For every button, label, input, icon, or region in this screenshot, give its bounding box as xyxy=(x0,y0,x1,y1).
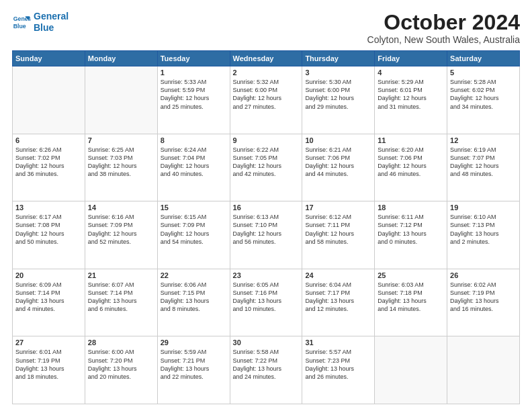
calendar-cell: 27Sunrise: 6:01 AM Sunset: 7:19 PM Dayli… xyxy=(13,336,85,404)
calendar-cell: 17Sunrise: 6:12 AM Sunset: 7:11 PM Dayli… xyxy=(302,201,375,269)
calendar-cell: 9Sunrise: 6:22 AM Sunset: 7:05 PM Daylig… xyxy=(230,134,302,201)
day-number: 1 xyxy=(161,68,227,77)
day-info: Sunrise: 6:17 AM Sunset: 7:08 PM Dayligh… xyxy=(15,213,82,246)
day-number: 9 xyxy=(233,136,300,144)
calendar-header-monday: Monday xyxy=(85,51,157,66)
day-number: 11 xyxy=(378,136,444,144)
calendar-cell: 11Sunrise: 6:20 AM Sunset: 7:06 PM Dayli… xyxy=(375,134,447,201)
logo-text: General Blue xyxy=(34,11,69,34)
title-block: October 2024 Colyton, New South Wales, A… xyxy=(367,11,520,45)
calendar-header-thursday: Thursday xyxy=(302,51,375,66)
calendar-cell: 5Sunrise: 5:28 AM Sunset: 6:02 PM Daylig… xyxy=(447,66,520,134)
day-info: Sunrise: 6:26 AM Sunset: 7:02 PM Dayligh… xyxy=(15,146,82,179)
location: Colyton, New South Wales, Australia xyxy=(367,34,520,45)
day-number: 24 xyxy=(305,271,371,279)
calendar-week-4: 20Sunrise: 6:09 AM Sunset: 7:14 PM Dayli… xyxy=(13,269,520,336)
day-number: 5 xyxy=(450,68,517,77)
calendar-cell: 6Sunrise: 6:26 AM Sunset: 7:02 PM Daylig… xyxy=(13,134,85,201)
day-info: Sunrise: 5:32 AM Sunset: 6:00 PM Dayligh… xyxy=(233,78,300,111)
calendar-cell xyxy=(447,336,520,404)
day-info: Sunrise: 6:11 AM Sunset: 7:12 PM Dayligh… xyxy=(378,213,444,246)
logo: General Blue General Blue xyxy=(12,11,69,34)
day-info: Sunrise: 5:58 AM Sunset: 7:22 PM Dayligh… xyxy=(233,348,300,381)
day-info: Sunrise: 6:10 AM Sunset: 7:13 PM Dayligh… xyxy=(450,213,517,246)
calendar-cell: 31Sunrise: 5:57 AM Sunset: 7:23 PM Dayli… xyxy=(302,336,375,404)
calendar-cell: 2Sunrise: 5:32 AM Sunset: 6:00 PM Daylig… xyxy=(230,66,302,134)
day-number: 2 xyxy=(233,68,300,77)
day-info: Sunrise: 5:57 AM Sunset: 7:23 PM Dayligh… xyxy=(305,348,371,381)
day-info: Sunrise: 6:25 AM Sunset: 7:03 PM Dayligh… xyxy=(88,146,154,179)
day-number: 28 xyxy=(88,338,154,347)
day-number: 12 xyxy=(450,136,517,144)
calendar-header-tuesday: Tuesday xyxy=(157,51,230,66)
calendar-cell: 30Sunrise: 5:58 AM Sunset: 7:22 PM Dayli… xyxy=(230,336,302,404)
page: General Blue General Blue October 2024 C… xyxy=(0,0,532,411)
day-info: Sunrise: 5:30 AM Sunset: 6:00 PM Dayligh… xyxy=(305,78,371,111)
calendar-body: 1Sunrise: 5:33 AM Sunset: 5:59 PM Daylig… xyxy=(13,66,520,404)
day-info: Sunrise: 5:33 AM Sunset: 5:59 PM Dayligh… xyxy=(161,78,227,111)
calendar-cell: 21Sunrise: 6:07 AM Sunset: 7:14 PM Dayli… xyxy=(85,269,157,336)
day-number: 31 xyxy=(305,338,371,347)
day-info: Sunrise: 6:06 AM Sunset: 7:15 PM Dayligh… xyxy=(161,281,227,314)
day-number: 8 xyxy=(161,136,227,144)
calendar-cell: 10Sunrise: 6:21 AM Sunset: 7:06 PM Dayli… xyxy=(302,134,375,201)
day-info: Sunrise: 6:02 AM Sunset: 7:19 PM Dayligh… xyxy=(450,281,517,314)
calendar-cell: 26Sunrise: 6:02 AM Sunset: 7:19 PM Dayli… xyxy=(447,269,520,336)
day-info: Sunrise: 6:00 AM Sunset: 7:20 PM Dayligh… xyxy=(88,348,154,381)
month-title: October 2024 xyxy=(367,11,520,34)
calendar-cell: 23Sunrise: 6:05 AM Sunset: 7:16 PM Dayli… xyxy=(230,269,302,336)
calendar-week-5: 27Sunrise: 6:01 AM Sunset: 7:19 PM Dayli… xyxy=(13,336,520,404)
calendar-cell: 14Sunrise: 6:16 AM Sunset: 7:09 PM Dayli… xyxy=(85,201,157,269)
calendar-header-saturday: Saturday xyxy=(447,51,520,66)
day-number: 19 xyxy=(450,203,517,212)
day-number: 30 xyxy=(233,338,300,347)
day-info: Sunrise: 6:19 AM Sunset: 7:07 PM Dayligh… xyxy=(450,146,517,179)
calendar-cell: 15Sunrise: 6:15 AM Sunset: 7:09 PM Dayli… xyxy=(157,201,230,269)
calendar-cell: 25Sunrise: 6:03 AM Sunset: 7:18 PM Dayli… xyxy=(375,269,447,336)
day-number: 10 xyxy=(305,136,371,144)
day-number: 25 xyxy=(378,271,444,279)
day-info: Sunrise: 6:03 AM Sunset: 7:18 PM Dayligh… xyxy=(378,281,444,314)
calendar-cell: 20Sunrise: 6:09 AM Sunset: 7:14 PM Dayli… xyxy=(13,269,85,336)
logo-icon: General Blue xyxy=(12,13,31,32)
day-info: Sunrise: 6:04 AM Sunset: 7:17 PM Dayligh… xyxy=(305,281,371,314)
calendar-cell xyxy=(13,66,85,134)
day-number: 7 xyxy=(88,136,154,144)
calendar-cell: 22Sunrise: 6:06 AM Sunset: 7:15 PM Dayli… xyxy=(157,269,230,336)
calendar-cell: 8Sunrise: 6:24 AM Sunset: 7:04 PM Daylig… xyxy=(157,134,230,201)
header: General Blue General Blue October 2024 C… xyxy=(12,11,520,45)
calendar-cell xyxy=(375,336,447,404)
day-info: Sunrise: 6:12 AM Sunset: 7:11 PM Dayligh… xyxy=(305,213,371,246)
day-info: Sunrise: 6:21 AM Sunset: 7:06 PM Dayligh… xyxy=(305,146,371,179)
day-number: 14 xyxy=(88,203,154,212)
day-info: Sunrise: 6:13 AM Sunset: 7:10 PM Dayligh… xyxy=(233,213,300,246)
day-number: 15 xyxy=(161,203,227,212)
day-info: Sunrise: 6:05 AM Sunset: 7:16 PM Dayligh… xyxy=(233,281,300,314)
day-number: 27 xyxy=(15,338,82,347)
day-number: 20 xyxy=(15,271,82,279)
calendar-cell: 1Sunrise: 5:33 AM Sunset: 5:59 PM Daylig… xyxy=(157,66,230,134)
day-number: 23 xyxy=(233,271,300,279)
day-info: Sunrise: 5:28 AM Sunset: 6:02 PM Dayligh… xyxy=(450,78,517,111)
calendar-cell: 7Sunrise: 6:25 AM Sunset: 7:03 PM Daylig… xyxy=(85,134,157,201)
calendar-cell: 28Sunrise: 6:00 AM Sunset: 7:20 PM Dayli… xyxy=(85,336,157,404)
day-number: 4 xyxy=(378,68,444,77)
day-number: 13 xyxy=(15,203,82,212)
calendar-cell: 29Sunrise: 5:59 AM Sunset: 7:21 PM Dayli… xyxy=(157,336,230,404)
day-info: Sunrise: 6:01 AM Sunset: 7:19 PM Dayligh… xyxy=(15,348,82,381)
day-info: Sunrise: 6:15 AM Sunset: 7:09 PM Dayligh… xyxy=(161,213,227,246)
day-info: Sunrise: 5:59 AM Sunset: 7:21 PM Dayligh… xyxy=(161,348,227,381)
svg-text:Blue: Blue xyxy=(13,23,26,30)
day-number: 6 xyxy=(15,136,82,144)
calendar-week-3: 13Sunrise: 6:17 AM Sunset: 7:08 PM Dayli… xyxy=(13,201,520,269)
calendar-cell: 3Sunrise: 5:30 AM Sunset: 6:00 PM Daylig… xyxy=(302,66,375,134)
day-info: Sunrise: 6:22 AM Sunset: 7:05 PM Dayligh… xyxy=(233,146,300,179)
day-info: Sunrise: 6:24 AM Sunset: 7:04 PM Dayligh… xyxy=(161,146,227,179)
day-info: Sunrise: 5:29 AM Sunset: 6:01 PM Dayligh… xyxy=(378,78,444,111)
calendar-cell: 4Sunrise: 5:29 AM Sunset: 6:01 PM Daylig… xyxy=(375,66,447,134)
day-info: Sunrise: 6:20 AM Sunset: 7:06 PM Dayligh… xyxy=(378,146,444,179)
calendar-cell xyxy=(85,66,157,134)
day-number: 29 xyxy=(161,338,227,347)
calendar-header-row: SundayMondayTuesdayWednesdayThursdayFrid… xyxy=(13,51,520,66)
day-info: Sunrise: 6:16 AM Sunset: 7:09 PM Dayligh… xyxy=(88,213,154,246)
